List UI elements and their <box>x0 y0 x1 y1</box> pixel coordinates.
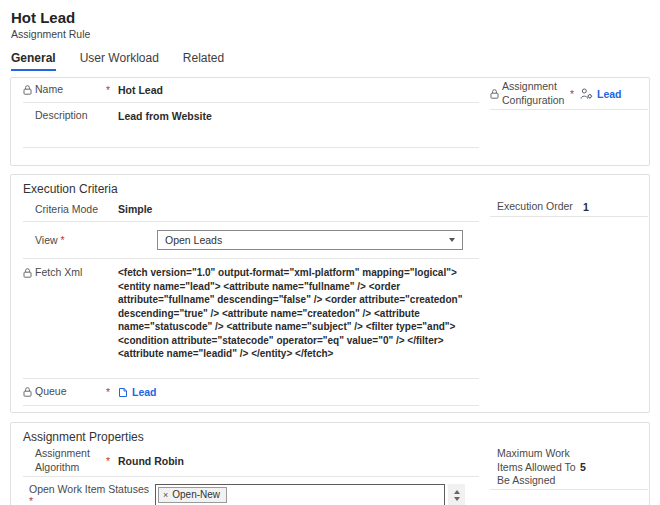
name-field-row: Name * Hot Lead <box>23 78 479 103</box>
tab-general[interactable]: General <box>11 51 56 71</box>
tab-bar: General User Workload Related <box>0 40 660 71</box>
execution-criteria-title: Execution Criteria <box>11 175 649 198</box>
spinner-up-icon[interactable] <box>454 490 460 494</box>
description-value[interactable]: Lead from Website <box>118 109 479 123</box>
assignment-configuration-row: Assignment Configuration * Lead <box>490 78 648 110</box>
max-work-items-row: Maximum Work Items Allowed To Be Assigne… <box>490 446 648 490</box>
max-work-items-label: Maximum Work Items Allowed To Be Assigne… <box>490 447 580 488</box>
criteria-mode-label: Criteria Mode <box>35 203 104 217</box>
assignment-configuration-icon <box>580 88 593 100</box>
open-work-item-statuses-row: Open Work Item Statuses * × Open-New <box>23 477 479 505</box>
execution-order-row: Execution Order 1 <box>490 198 648 217</box>
assignment-properties-section: Assignment Properties Assignment Algorit… <box>10 422 650 505</box>
statuses-spinner[interactable] <box>448 484 465 505</box>
required-marker: * <box>29 495 33 505</box>
chevron-down-icon <box>449 238 455 242</box>
view-row: View * Open Leads <box>23 222 479 259</box>
page-subtitle: Assignment Rule <box>11 28 660 40</box>
description-label: Description <box>35 109 104 123</box>
queue-label: Queue <box>35 385 104 399</box>
tab-related[interactable]: Related <box>183 51 224 71</box>
required-marker: * <box>61 234 65 246</box>
required-marker: * <box>568 88 580 100</box>
execution-order-value[interactable]: 1 <box>583 200 589 214</box>
view-dropdown[interactable]: Open Leads <box>157 230 463 250</box>
name-label: Name <box>35 83 104 97</box>
tab-user-workload[interactable]: User Workload <box>80 51 159 71</box>
open-work-item-statuses-input[interactable]: × Open-New <box>155 484 445 505</box>
lock-icon <box>23 85 35 95</box>
queue-icon <box>118 387 128 398</box>
name-value[interactable]: Hot Lead <box>118 83 479 97</box>
assignment-properties-title: Assignment Properties <box>11 423 649 446</box>
execution-order-label: Execution Order <box>490 200 583 214</box>
fetch-xml-label: Fetch Xml <box>35 266 104 280</box>
page-title: Hot Lead <box>11 9 660 26</box>
view-label: View <box>35 234 58 246</box>
max-work-items-value[interactable]: 5 <box>580 460 586 474</box>
criteria-mode-value[interactable]: Simple <box>118 202 479 216</box>
status-tag: × Open-New <box>158 487 227 503</box>
execution-criteria-section: Execution Criteria Criteria Mode Simple … <box>10 174 650 413</box>
lock-icon <box>23 266 35 278</box>
fetch-xml-value[interactable]: <fetch version="1.0" output-format="xml-… <box>118 266 479 361</box>
assignment-algorithm-value[interactable]: Round Robin <box>118 454 479 468</box>
assignment-configuration-value: Lead <box>597 88 622 100</box>
assignment-algorithm-row: Assignment Algorithm * Round Robin <box>23 446 479 477</box>
fetch-xml-row: Fetch Xml <fetch version="1.0" output-fo… <box>23 259 479 379</box>
assignment-algorithm-label: Assignment Algorithm <box>35 447 104 474</box>
queue-link[interactable]: Lead <box>118 386 157 398</box>
lock-icon <box>490 89 502 99</box>
queue-value: Lead <box>132 386 157 398</box>
required-marker: * <box>104 455 118 467</box>
open-work-item-statuses-label: Open Work Item Statuses <box>29 483 149 495</box>
lock-icon <box>23 387 35 397</box>
status-tag-label: Open-New <box>172 489 220 500</box>
queue-row: Queue * Lead <box>23 379 479 406</box>
form-header: Hot Lead Assignment Rule <box>0 0 660 40</box>
assignment-configuration-label: Assignment Configuration <box>502 80 568 107</box>
remove-tag-icon[interactable]: × <box>163 490 168 500</box>
general-section: Name * Hot Lead Description Lead from We… <box>10 77 650 166</box>
required-marker: * <box>104 386 118 398</box>
assignment-configuration-link[interactable]: Lead <box>580 88 622 100</box>
criteria-mode-row: Criteria Mode Simple <box>23 198 479 222</box>
view-dropdown-value: Open Leads <box>165 234 449 246</box>
description-field-row: Description Lead from Website <box>23 103 479 148</box>
spinner-down-icon[interactable] <box>454 497 460 501</box>
required-marker: * <box>104 84 118 96</box>
assignment-rule-form: Hot Lead Assignment Rule General User Wo… <box>0 0 660 505</box>
